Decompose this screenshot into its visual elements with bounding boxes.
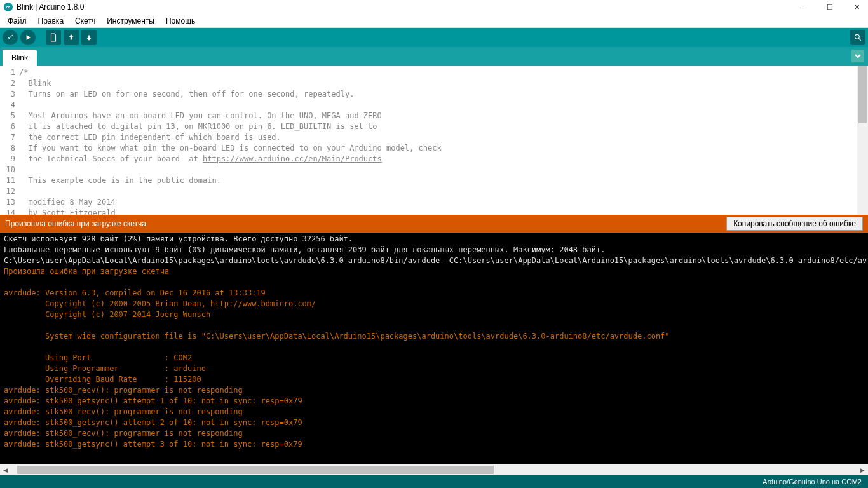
tab-menu-button[interactable] [851, 50, 864, 62]
board-port-label: Arduino/Genuino Uno на COM2 [763, 478, 862, 485]
output-console[interactable]: Скетч использует 928 байт (2%) памяти ус… [0, 233, 868, 464]
save-sketch-button[interactable] [81, 30, 97, 45]
line-gutter: 1234567891011121314 [0, 66, 19, 215]
tab-strip: Blink [0, 47, 868, 66]
minimize-button[interactable]: — [796, 1, 811, 13]
verify-button[interactable] [3, 30, 18, 45]
window-title: Blink | Arduino 1.8.0 [17, 3, 796, 11]
upload-button[interactable] [20, 30, 36, 45]
serial-monitor-button[interactable] [850, 30, 865, 45]
new-sketch-button[interactable] [46, 30, 61, 45]
error-banner: Произошла ошибка при загрузке скетча Коп… [0, 215, 868, 233]
status-bar: Arduino/Genuino Uno на COM2 [0, 475, 868, 488]
error-message: Произошла ошибка при загрузке скетча [5, 219, 726, 228]
menu-sketch[interactable]: Скетч [70, 15, 100, 27]
tab-blink[interactable]: Blink [3, 50, 37, 66]
horizontal-scrollbar[interactable]: ◀ ▶ [0, 464, 868, 475]
scrollbar-thumb[interactable] [858, 66, 867, 123]
menu-bar: Файл Правка Скетч Инструменты Помощь [0, 14, 868, 28]
toolbar [0, 28, 868, 47]
arrow-right-icon [24, 33, 32, 42]
arrow-down-icon [85, 33, 93, 42]
open-sketch-button[interactable] [64, 30, 79, 45]
maximize-button[interactable]: ☐ [822, 1, 837, 13]
code-area[interactable]: /* Blink Turns on an LED on for one seco… [19, 66, 857, 215]
editor-vertical-scrollbar[interactable] [857, 66, 868, 215]
menu-tools[interactable]: Инструменты [102, 15, 159, 27]
chevron-down-icon [855, 53, 861, 59]
code-editor[interactable]: 1234567891011121314 /* Blink Turns on an… [0, 66, 868, 215]
arrow-up-icon [67, 33, 76, 42]
title-bar: ∞ Blink | Arduino 1.8.0 — ☐ ✕ [0, 0, 868, 14]
arduino-logo-icon: ∞ [4, 3, 13, 11]
file-icon [49, 33, 58, 42]
scroll-left-arrow-icon[interactable]: ◀ [0, 464, 11, 475]
menu-edit[interactable]: Правка [33, 15, 69, 27]
scroll-track[interactable] [11, 464, 857, 475]
svg-point-0 [855, 34, 859, 39]
menu-file[interactable]: Файл [3, 15, 32, 27]
scroll-right-arrow-icon[interactable]: ▶ [857, 464, 868, 475]
window-controls: — ☐ ✕ [796, 1, 864, 13]
scrollbar-thumb[interactable] [17, 466, 494, 474]
check-icon [6, 33, 15, 42]
menu-help[interactable]: Помощь [161, 15, 200, 27]
magnifier-icon [853, 33, 862, 42]
close-button[interactable]: ✕ [849, 1, 864, 13]
copy-error-button[interactable]: Копировать сообщение об ошибке [726, 217, 863, 231]
